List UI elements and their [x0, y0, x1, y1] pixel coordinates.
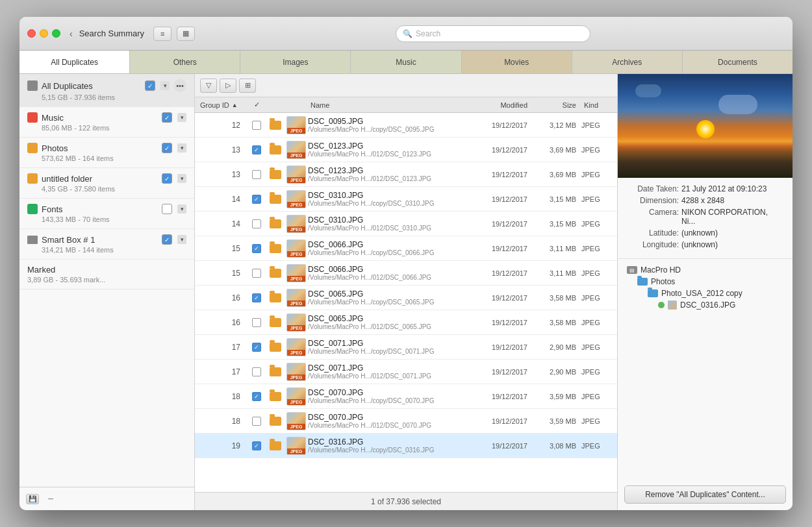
row-checkbox[interactable] — [252, 417, 261, 426]
row-checkbox[interactable]: ✓ — [252, 244, 261, 253]
all-duplicates-icon — [27, 80, 38, 91]
back-button[interactable]: ‹ — [70, 29, 73, 39]
row-group-id: 14 — [195, 195, 247, 204]
table-row[interactable]: 17 ✓ JPEG DSC_0071.JPG /Volumes/MacPro H… — [195, 335, 617, 360]
row-checkbox[interactable]: ✓ — [252, 441, 261, 450]
row-checkbox-container[interactable] — [247, 318, 266, 327]
minimize-button[interactable] — [40, 29, 48, 38]
row-modified: 19/12/2017 — [468, 319, 533, 326]
table-row[interactable]: 16 ✓ JPEG DSC_0065.JPG /Volumes/MacPro H… — [195, 286, 617, 310]
col-header-size[interactable]: Size — [533, 101, 581, 109]
tab-movies[interactable]: Movies — [462, 51, 572, 73]
sidebar-item-name-fonts: Fonts — [42, 204, 158, 214]
sidebar-item-all-duplicates[interactable]: All Duplicates ✓ ▾ ••• 5,15 GB - 37.936 … — [19, 74, 194, 107]
table-row[interactable]: 19 ✓ JPEG DSC_0316.JPG /Volumes/MacPro H… — [195, 434, 617, 458]
tab-documents[interactable]: Documents — [683, 51, 793, 73]
row-size: 2,90 MB — [533, 343, 581, 351]
row-size: 3,11 MB — [533, 269, 581, 277]
row-checkbox[interactable]: ✓ — [252, 392, 261, 401]
table-row[interactable]: 12 JPEG DSC_0095.JPG /Volumes/MacPro H..… — [195, 113, 617, 138]
add-source-button[interactable]: 💾 — [26, 494, 39, 504]
list-view-button[interactable]: ≡ — [153, 27, 171, 41]
row-checkbox[interactable] — [252, 170, 261, 179]
row-checkbox-container[interactable]: ✓ — [247, 145, 266, 154]
tab-others[interactable]: Others — [130, 51, 240, 73]
search-box[interactable]: 🔍 Search — [396, 25, 590, 42]
col-header-modified[interactable]: Modified — [468, 101, 533, 109]
photos-checkbox[interactable]: ✓ — [162, 143, 172, 153]
table-row[interactable]: 16 JPEG DSC_0065.JPG /Volumes/MacPro H..… — [195, 310, 617, 335]
tab-archives[interactable]: Archives — [572, 51, 683, 73]
row-checkbox[interactable] — [252, 269, 261, 278]
sidebar-item-fonts[interactable]: Fonts ▾ 143,33 MB - 70 items — [19, 199, 194, 229]
row-filename: DSC_0095.JPG — [308, 117, 468, 126]
row-filename: DSC_0065.JPG — [308, 289, 468, 299]
sidebar-item-untitled-folder[interactable]: untitled folder ✓ ▾ 4,35 GB - 37.580 ite… — [19, 168, 194, 199]
smart-box-checkbox[interactable]: ✓ — [162, 234, 172, 245]
row-checkbox[interactable] — [252, 318, 261, 327]
row-checkbox-container[interactable] — [247, 219, 266, 228]
table-row[interactable]: 18 JPEG DSC_0070.JPG /Volumes/MacPro H..… — [195, 409, 617, 434]
sidebar-item-smart-box[interactable]: Smart Box # 1 ✓ ▾ 314,21 MB - 144 items — [19, 229, 194, 260]
filter-right-button[interactable]: ▷ — [220, 79, 236, 93]
fonts-checkbox[interactable] — [162, 204, 172, 214]
filter-down-button[interactable]: ▽ — [200, 79, 217, 93]
row-filepath: /Volumes/MacPro H.../012/DSC_0066.JPG — [308, 274, 468, 281]
row-checkbox-container[interactable]: ✓ — [247, 392, 266, 401]
fullscreen-button[interactable] — [52, 29, 60, 38]
tree-item-photos: Photos — [627, 276, 783, 288]
row-checkbox[interactable] — [252, 367, 261, 376]
row-checkbox[interactable] — [252, 219, 261, 228]
col-header-group-id[interactable]: Group ID ▲ — [195, 101, 247, 109]
table-row[interactable]: 17 JPEG DSC_0071.JPG /Volumes/MacPro H..… — [195, 360, 617, 384]
row-checkbox-container[interactable] — [247, 121, 266, 130]
sidebar-item-marked[interactable]: Marked 3,89 GB - 35.693 mark... — [19, 260, 194, 289]
row-checkbox-container[interactable]: ✓ — [247, 441, 266, 450]
row-checkbox-container[interactable] — [247, 170, 266, 179]
col-header-kind[interactable]: Kind — [581, 101, 617, 109]
table-row[interactable]: 13 JPEG DSC_0123.JPG /Volumes/MacPro H..… — [195, 162, 617, 187]
table-row[interactable]: 14 JPEG DSC_0310.JPG /Volumes/MacPro H..… — [195, 212, 617, 236]
row-checkbox[interactable]: ✓ — [252, 343, 261, 352]
row-checkbox-container[interactable] — [247, 367, 266, 376]
row-checkbox-container[interactable]: ✓ — [247, 293, 266, 302]
remove-button[interactable]: Remove "All Duplicates" Content... — [624, 485, 786, 504]
row-checkbox[interactable]: ✓ — [252, 145, 261, 154]
row-checkbox-container[interactable]: ✓ — [247, 343, 266, 352]
row-checkbox[interactable]: ✓ — [252, 195, 261, 204]
col-header-name[interactable]: Name — [308, 101, 468, 109]
close-button[interactable] — [27, 29, 36, 38]
row-thumbnail: JPEG — [285, 264, 308, 282]
sidebar-item-photos[interactable]: Photos ✓ ▾ 573,62 MB - 164 items — [19, 138, 194, 168]
tab-music[interactable]: Music — [351, 51, 461, 73]
row-checkbox-container[interactable] — [247, 269, 266, 278]
preview-image-container — [618, 74, 793, 178]
tab-images[interactable]: Images — [240, 51, 351, 73]
untitled-dropdown[interactable]: ▾ — [177, 174, 186, 183]
row-checkbox-container[interactable] — [247, 417, 266, 426]
music-dropdown[interactable]: ▾ — [177, 113, 186, 122]
sidebar-item-music[interactable]: Music ✓ ▾ 85,06 MB - 122 items — [19, 107, 194, 138]
all-duplicates-dropdown[interactable]: ▾ — [160, 81, 170, 90]
music-checkbox[interactable]: ✓ — [162, 112, 172, 123]
table-row[interactable]: 15 JPEG DSC_0066.JPG /Volumes/MacPro H..… — [195, 261, 617, 286]
fonts-dropdown[interactable]: ▾ — [177, 204, 186, 214]
grid-button[interactable]: ⊞ — [239, 79, 256, 93]
row-checkbox-container[interactable]: ✓ — [247, 195, 266, 204]
all-duplicates-more[interactable]: ••• — [173, 79, 186, 92]
tab-all-duplicates[interactable]: All Duplicates — [19, 51, 130, 73]
row-checkbox[interactable] — [252, 121, 261, 130]
table-row[interactable]: 14 ✓ JPEG DSC_0310.JPG /Volumes/MacPro H… — [195, 187, 617, 212]
grid-view-button[interactable]: ▦ — [177, 27, 195, 41]
table-row[interactable]: 15 ✓ JPEG DSC_0066.JPG /Volumes/MacPro H… — [195, 236, 617, 261]
row-checkbox-container[interactable]: ✓ — [247, 244, 266, 253]
smart-box-dropdown[interactable]: ▾ — [177, 235, 186, 244]
table-row[interactable]: 18 ✓ JPEG DSC_0070.JPG /Volumes/MacPro H… — [195, 384, 617, 409]
photos-dropdown[interactable]: ▾ — [177, 143, 186, 153]
row-filename: DSC_0066.JPG — [308, 240, 468, 249]
remove-source-button[interactable]: − — [44, 494, 57, 504]
untitled-checkbox[interactable]: ✓ — [162, 173, 172, 184]
row-checkbox[interactable]: ✓ — [252, 293, 261, 302]
table-row[interactable]: 13 ✓ JPEG DSC_0123.JPG /Volumes/MacPro H… — [195, 138, 617, 162]
all-duplicates-checkbox[interactable]: ✓ — [145, 80, 155, 91]
